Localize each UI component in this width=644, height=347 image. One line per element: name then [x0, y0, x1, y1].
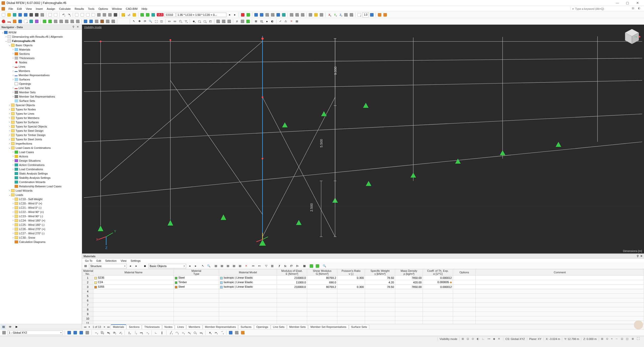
table-left-select[interactable]: Structure: [89, 264, 127, 268]
menu-calculate[interactable]: Calculate: [57, 6, 73, 12]
open-file-button[interactable]: [7, 12, 12, 17]
tree-item[interactable]: Openings: [0, 81, 82, 86]
table-filter[interactable]: ▽: [264, 264, 269, 269]
3d-viewport[interactable]: Visibility mode Dimensions [m]: [82, 25, 644, 253]
support-node-tool[interactable]: [42, 19, 47, 24]
table-left-next[interactable]: ▸: [134, 264, 139, 269]
table-copy-cells[interactable]: ▦: [302, 264, 307, 269]
global-z-button[interactable]: Z: [338, 12, 343, 17]
new-file-button[interactable]: [1, 12, 6, 17]
table-tab[interactable]: Nodes: [162, 325, 175, 329]
plaus-check[interactable]: ⚠: [283, 19, 288, 24]
view-iso[interactable]: ◈: [191, 19, 196, 24]
nav-tab-data[interactable]: ▤: [1, 325, 6, 329]
table-delete-row[interactable]: ▤: [219, 264, 224, 269]
table-fx-assigned[interactable]: f?: [289, 264, 294, 269]
table-row[interactable]: 5: [82, 294, 644, 298]
tree-item[interactable]: ›Load Cases: [0, 150, 82, 154]
fillet-tool[interactable]: ⌒: [219, 330, 224, 335]
copy-tool[interactable]: ⿻: [100, 330, 105, 335]
tree-item[interactable]: ›LC30 - Snow: [0, 235, 82, 240]
tree-item[interactable]: ›LC22 - Wind 90° (+): [0, 210, 82, 214]
draw-spline[interactable]: ∿: [186, 330, 191, 335]
menu-edit[interactable]: Edit: [15, 6, 24, 12]
tree-item[interactable]: ›Actions: [0, 154, 82, 158]
material-lib-button[interactable]: [377, 12, 382, 17]
table-find[interactable]: 🔍: [206, 264, 211, 269]
view-top[interactable]: ▢: [202, 19, 207, 24]
vp-select[interactable]: ↖: [131, 19, 136, 24]
grid-button[interactable]: [96, 12, 101, 17]
wireframe-button[interactable]: [216, 19, 221, 24]
table-row[interactable]: 8: [82, 307, 644, 312]
tree-item[interactable]: ›LC27 - Wind 270° (-): [0, 231, 82, 235]
table-tab[interactable]: Member Set Representatives: [308, 325, 348, 329]
tree-item[interactable]: ⌄RFEM: [0, 30, 82, 34]
nav-tab-video[interactable]: ▶: [14, 325, 19, 329]
tab-prev[interactable]: ◂: [87, 325, 91, 328]
workplane-3p[interactable]: [85, 330, 90, 335]
table-xls[interactable]: [309, 264, 314, 269]
materials-grid[interactable]: MaterialNo.Material NameMaterialTypeMate…: [82, 269, 644, 324]
draw-arc[interactable]: ◠: [174, 330, 179, 335]
loadcase-list-button[interactable]: [151, 12, 156, 17]
redo-button[interactable]: ↷: [66, 12, 71, 17]
tree-item[interactable]: ›Types for Special Objects: [0, 124, 82, 128]
tree-item[interactable]: ›Imperfections: [0, 141, 82, 146]
vp-pan[interactable]: ✥: [137, 19, 142, 24]
line-tool[interactable]: [7, 19, 12, 24]
snap-end[interactable]: ●: [264, 19, 269, 24]
extrude-tool[interactable]: ▯: [127, 330, 132, 335]
tree-item[interactable]: ›Types for Steel Joints: [0, 137, 82, 141]
surface-tool[interactable]: [18, 19, 23, 24]
support-line-tool[interactable]: [48, 19, 53, 24]
filter-button[interactable]: [289, 12, 294, 17]
table-row[interactable]: 1 S235 Steel Isotropic | Linear Elastic …: [82, 276, 644, 280]
tree-item[interactable]: ›LC26 - Wind 270° (+): [0, 227, 82, 231]
tree-item[interactable]: ›Member Sets: [0, 90, 82, 94]
navigator-tree[interactable]: ⌄RFEM›Dimensioning with Results.rf6 | Al…: [0, 30, 82, 324]
notes-button[interactable]: [53, 12, 58, 17]
table-menu-goto[interactable]: Go To: [83, 259, 94, 262]
table-menu-edit[interactable]: Edit: [94, 259, 103, 262]
table-cols[interactable]: ▥: [270, 264, 275, 269]
tree-item[interactable]: ›Surfaces: [0, 77, 82, 81]
table-tab[interactable]: Lines: [175, 325, 186, 329]
set-tool[interactable]: [34, 19, 39, 24]
shaded-button[interactable]: [221, 19, 226, 24]
rigid-tool[interactable]: [70, 19, 75, 24]
show-local-axes[interactable]: [240, 19, 245, 24]
generate-surface[interactable]: [228, 330, 233, 335]
global-x-button[interactable]: X: [327, 12, 332, 17]
table-clear[interactable]: ✕: [244, 264, 249, 269]
section-lib-button[interactable]: [383, 12, 388, 17]
close-button[interactable]: ✕: [632, 0, 642, 6]
select-poly[interactable]: ⬠: [178, 19, 183, 24]
result-diagram-button[interactable]: [254, 12, 259, 17]
tree-item[interactable]: ›Materials: [0, 47, 82, 52]
tree-item[interactable]: ›Design Situations: [0, 158, 82, 163]
workplane-xz[interactable]: [73, 330, 78, 335]
undo-button[interactable]: ↶: [61, 12, 66, 17]
node-tool[interactable]: [1, 19, 6, 24]
table-csv[interactable]: [315, 264, 320, 269]
draw-rect[interactable]: ▭: [198, 330, 204, 335]
snap-mid[interactable]: ◐: [270, 19, 275, 24]
result-section-button[interactable]: [270, 12, 275, 17]
keyword-search-input[interactable]: [575, 7, 631, 10]
draw-poly[interactable]: ⬠: [192, 330, 197, 335]
table-left-prev[interactable]: ◂: [128, 264, 133, 269]
col-header[interactable]: Options: [453, 269, 476, 276]
menu-tools[interactable]: Tools: [86, 6, 96, 12]
col-header[interactable]: Specific Weightγ [kN/m³]: [365, 269, 395, 276]
col-header[interactable]: Mass Densityρ [kg/m³]: [395, 269, 423, 276]
open-from-cloud-button[interactable]: [12, 12, 17, 17]
table-right-select[interactable]: Basic Objects: [148, 264, 186, 268]
draw-line[interactable]: ╱: [168, 330, 173, 335]
table-select[interactable]: ↖: [200, 264, 205, 269]
view-3-button[interactable]: [85, 12, 90, 17]
table-tree-icon[interactable]: ▤: [83, 264, 88, 269]
combo-id-field[interactable]: [165, 13, 176, 17]
cs-select[interactable]: 1 - Global XYZ: [8, 330, 63, 335]
generate-mesh[interactable]: [234, 330, 239, 335]
